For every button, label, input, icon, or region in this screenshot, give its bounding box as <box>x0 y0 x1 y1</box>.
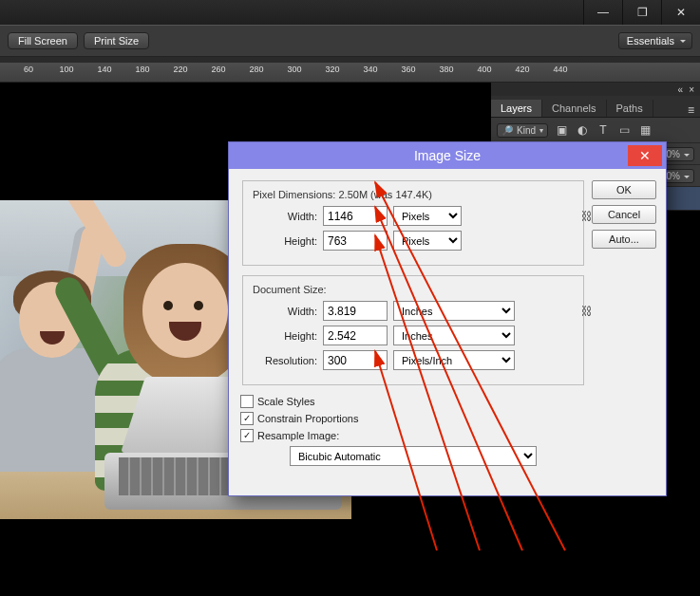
doc-width-unit[interactable]: Inches <box>393 301 515 321</box>
filter-shape-icon[interactable]: ▭ <box>616 122 632 138</box>
resample-image-checkbox[interactable]: ✓Resample Image: <box>240 429 586 442</box>
app-titlebar: — ❐ ✕ <box>0 0 700 25</box>
link-icon[interactable]: ⛓ <box>577 305 596 318</box>
panel-menu-icon[interactable]: ≡ <box>682 103 700 117</box>
scale-styles-label: Scale Styles <box>257 396 315 407</box>
filter-adjust-icon[interactable]: ◐ <box>575 122 590 138</box>
cancel-button[interactable]: Cancel <box>592 205 656 224</box>
window-minimize-button[interactable]: — <box>583 0 622 25</box>
window-restore-button[interactable]: ❐ <box>622 0 661 25</box>
pixel-height-unit[interactable]: Pixels <box>393 231 462 251</box>
doc-height-input[interactable] <box>323 326 388 345</box>
fill-screen-button[interactable]: Fill Screen <box>8 32 78 49</box>
panel-collapse-icon[interactable]: « <box>678 84 684 95</box>
options-bar: Fill Screen Print Size Essentials <box>0 25 700 57</box>
pixel-width-unit[interactable]: Pixels <box>393 206 462 226</box>
scale-styles-checkbox[interactable]: Scale Styles <box>240 395 586 408</box>
resample-label: Resample Image: <box>257 430 339 441</box>
doc-width-label: Width: <box>253 306 317 317</box>
panel-close-icon[interactable]: × <box>689 84 694 95</box>
pixel-height-input[interactable] <box>323 231 388 251</box>
ok-button[interactable]: OK <box>592 180 656 199</box>
image-size-dialog: Image Size ✕ OK Cancel Auto... Pixel Dim… <box>228 141 667 496</box>
doc-width-input[interactable] <box>323 301 388 321</box>
window-close-button[interactable]: ✕ <box>661 0 700 25</box>
search-icon: 🔎 <box>501 125 513 136</box>
pixel-dimensions-legend: Pixel Dimensions: 2.50M (was 147.4K) <box>253 189 574 200</box>
tab-paths[interactable]: Paths <box>607 100 653 117</box>
pixel-height-label: Height: <box>253 235 317 247</box>
pixel-width-label: Width: <box>253 211 317 222</box>
canvas-area: « × Layers Channels Paths ≡ 🔎 Kind ▾ ▣ ◐… <box>0 83 700 596</box>
resolution-label: Resolution: <box>253 355 317 366</box>
workspace-switcher[interactable]: Essentials <box>618 32 692 49</box>
dialog-title-text: Image Size <box>414 148 481 163</box>
layer-filter-kind[interactable]: 🔎 Kind ▾ <box>497 123 548 138</box>
layer-filter-label: Kind <box>517 125 536 136</box>
tab-layers[interactable]: Layers <box>491 100 542 117</box>
auto-button[interactable]: Auto... <box>592 230 656 249</box>
document-size-group: Document Size: Width: Inches Height: Inc… <box>242 275 584 385</box>
filter-text-icon[interactable]: T <box>596 122 611 138</box>
pixel-width-input[interactable] <box>323 206 388 226</box>
link-icon[interactable]: ⛓ <box>577 210 596 223</box>
constrain-proportions-checkbox[interactable]: ✓Constrain Proportions <box>240 412 586 425</box>
doc-height-unit[interactable]: Inches <box>393 326 515 345</box>
resolution-unit[interactable]: Pixels/Inch <box>393 350 515 370</box>
filter-fx-icon[interactable]: ▦ <box>637 122 653 138</box>
filter-image-icon[interactable]: ▣ <box>554 122 569 138</box>
tab-channels[interactable]: Channels <box>542 100 606 117</box>
doc-height-label: Height: <box>253 330 317 342</box>
print-size-button[interactable]: Print Size <box>84 32 149 49</box>
resolution-input[interactable] <box>323 350 388 370</box>
document-size-legend: Document Size: <box>253 284 574 295</box>
dialog-titlebar: Image Size ✕ <box>229 142 666 169</box>
constrain-label: Constrain Proportions <box>257 413 358 424</box>
dialog-close-button[interactable]: ✕ <box>628 145 662 166</box>
resample-method-select[interactable]: Bicubic Automatic <box>290 446 537 466</box>
horizontal-ruler: 60 100 140 180 220 260 280 300 320 340 3… <box>0 63 700 83</box>
pixel-dimensions-group: Pixel Dimensions: 2.50M (was 147.4K) Wid… <box>242 180 584 266</box>
